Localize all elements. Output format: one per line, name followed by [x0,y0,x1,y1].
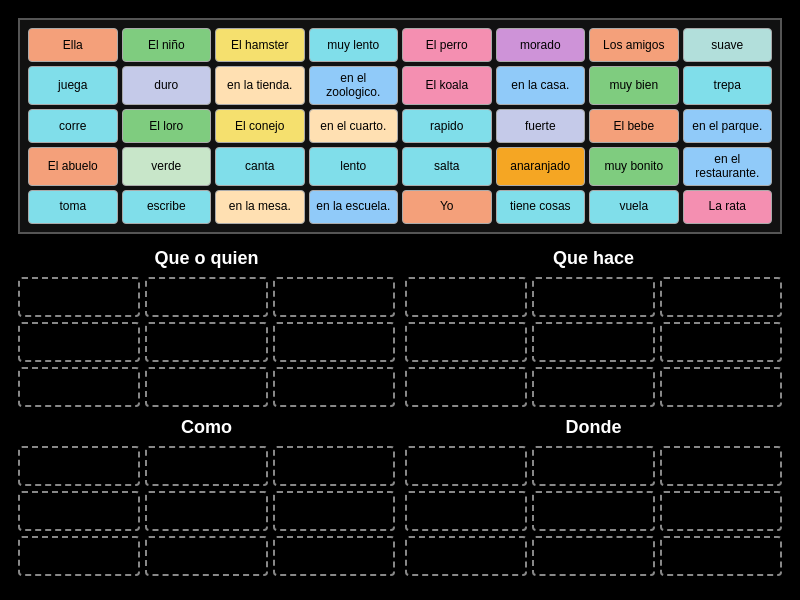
word-card[interactable]: muy lento [309,28,399,62]
word-card[interactable]: verde [122,147,212,186]
drop-cell[interactable] [145,367,267,407]
word-card[interactable]: en el cuarto. [309,109,399,143]
drop-cell[interactable] [532,491,654,531]
word-card[interactable]: en la escuela. [309,190,399,224]
word-card[interactable]: El conejo [215,109,305,143]
word-card[interactable]: corre [28,109,118,143]
drop-cell[interactable] [405,277,527,317]
word-card[interactable]: en la mesa. [215,190,305,224]
drop-cell[interactable] [532,446,654,486]
category-que-hace: Que hace [405,248,782,407]
word-card[interactable]: tiene cosas [496,190,586,224]
word-card[interactable]: Yo [402,190,492,224]
drop-cell[interactable] [18,536,140,576]
word-card[interactable]: duro [122,66,212,105]
drop-cell[interactable] [405,446,527,486]
word-card[interactable]: muy bonito [589,147,679,186]
word-card[interactable]: canta [215,147,305,186]
drop-cell[interactable] [18,367,140,407]
drop-cell[interactable] [273,277,395,317]
drop-cell[interactable] [532,536,654,576]
drop-grid-como [18,446,395,576]
word-card[interactable]: El bebe [589,109,679,143]
drop-cell[interactable] [273,322,395,362]
word-card[interactable]: El hamster [215,28,305,62]
drop-cell[interactable] [405,491,527,531]
drop-grid-donde [405,446,782,576]
drop-cell[interactable] [145,536,267,576]
drop-cell[interactable] [273,446,395,486]
word-card[interactable]: salta [402,147,492,186]
drop-cell[interactable] [532,277,654,317]
category-title-que-hace: Que hace [553,248,634,269]
word-card[interactable]: en el zoologico. [309,66,399,105]
drop-cell[interactable] [145,322,267,362]
word-card[interactable]: suave [683,28,773,62]
drop-cell[interactable] [18,491,140,531]
drop-cell[interactable] [532,322,654,362]
drop-cell[interactable] [660,322,782,362]
drop-grid-que-hace [405,277,782,407]
category-que-o-quien: Que o quien [18,248,395,407]
word-card[interactable]: El loro [122,109,212,143]
word-card[interactable]: trepa [683,66,773,105]
word-card[interactable]: morado [496,28,586,62]
word-card[interactable]: rapido [402,109,492,143]
word-card[interactable]: en el restaurante. [683,147,773,186]
word-card[interactable]: lento [309,147,399,186]
category-como: Como [18,417,395,576]
word-card[interactable]: La rata [683,190,773,224]
word-card[interactable]: en la casa. [496,66,586,105]
drop-cell[interactable] [532,367,654,407]
drop-cell[interactable] [660,277,782,317]
drop-cell[interactable] [18,277,140,317]
word-card[interactable]: muy bien [589,66,679,105]
drop-cell[interactable] [660,491,782,531]
drop-cell[interactable] [405,322,527,362]
drop-cell[interactable] [660,367,782,407]
drop-cell[interactable] [660,446,782,486]
drop-cell[interactable] [273,367,395,407]
category-title-que-o-quien: Que o quien [154,248,258,269]
word-card[interactable]: en la tienda. [215,66,305,105]
category-title-como: Como [181,417,232,438]
word-card[interactable]: El perro [402,28,492,62]
word-card[interactable]: El niño [122,28,212,62]
drop-cell[interactable] [273,536,395,576]
category-donde: Donde [405,417,782,576]
word-card[interactable]: escribe [122,190,212,224]
drop-grid-que-o-quien [18,277,395,407]
word-card[interactable]: anaranjado [496,147,586,186]
word-card[interactable]: El abuelo [28,147,118,186]
drop-cell[interactable] [660,536,782,576]
drop-cell[interactable] [18,322,140,362]
word-card[interactable]: toma [28,190,118,224]
word-card[interactable]: Los amigos [589,28,679,62]
drop-cell[interactable] [145,277,267,317]
word-card[interactable]: juega [28,66,118,105]
word-card[interactable]: El koala [402,66,492,105]
category-section: Que o quien Que hace Como [0,248,800,576]
word-card[interactable]: Ella [28,28,118,62]
category-title-donde: Donde [566,417,622,438]
drop-cell[interactable] [18,446,140,486]
drop-cell[interactable] [405,536,527,576]
word-card[interactable]: fuerte [496,109,586,143]
word-card[interactable]: vuela [589,190,679,224]
drop-cell[interactable] [273,491,395,531]
drop-cell[interactable] [145,491,267,531]
drop-cell[interactable] [405,367,527,407]
word-card[interactable]: en el parque. [683,109,773,143]
drop-cell[interactable] [145,446,267,486]
word-card-grid: EllaEl niñoEl hamstermuy lentoEl perromo… [18,18,782,234]
